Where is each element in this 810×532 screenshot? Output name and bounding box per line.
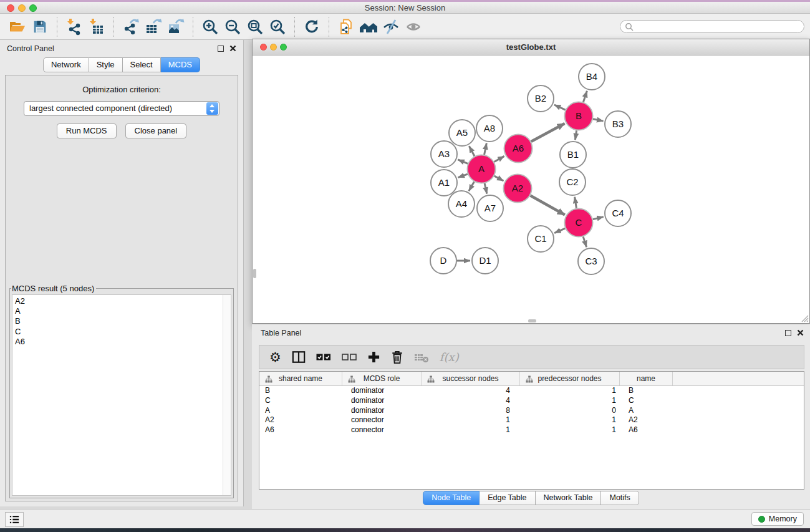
duplicate-network-button[interactable]	[335, 16, 357, 37]
table-cell[interactable]: 1	[520, 425, 620, 435]
graph-node-A1[interactable]: A1	[431, 170, 457, 196]
show-panels-button[interactable]	[402, 16, 425, 37]
graph-node-C1[interactable]: C1	[528, 226, 554, 252]
zoom-fit-button[interactable]	[244, 16, 266, 37]
tab-mcds[interactable]: MCDS	[161, 57, 200, 72]
tab-network[interactable]: Network	[43, 57, 89, 72]
float-panel-icon[interactable]	[218, 46, 224, 52]
graph-edge-B-B2[interactable]	[554, 105, 566, 110]
graph-node-B2[interactable]: B2	[528, 85, 554, 112]
search-field[interactable]	[620, 20, 804, 33]
hide-panels-button[interactable]	[380, 16, 402, 37]
table-cell[interactable]: 4	[422, 396, 520, 406]
table-settings-button[interactable]: ⚙	[269, 351, 281, 364]
table-cell[interactable]: A6	[620, 425, 673, 435]
column-header-name[interactable]: name	[620, 372, 673, 385]
graph-edge-C-C3[interactable]	[583, 236, 586, 247]
deselect-all-button[interactable]	[342, 353, 357, 361]
table-cell[interactable]: B	[259, 386, 342, 396]
graph-edge-A-A8[interactable]	[485, 143, 487, 155]
import-table-button[interactable]	[85, 16, 108, 37]
table-row[interactable]: Bdominator41B	[259, 386, 804, 396]
close-panel-button[interactable]: Close panel	[125, 123, 187, 138]
graph-edge-C-C1[interactable]	[554, 228, 565, 233]
vertical-scroll-thumb[interactable]	[253, 269, 256, 278]
zoom-in-button[interactable]	[199, 16, 221, 37]
graph-node-A8[interactable]: A8	[476, 115, 503, 142]
mcds-result-item[interactable]: C	[12, 327, 231, 337]
table-cell[interactable]: C	[620, 396, 673, 406]
graph-edge-A-A3[interactable]	[458, 160, 468, 163]
table-cell[interactable]: 8	[422, 406, 520, 416]
import-network-button[interactable]	[63, 16, 85, 37]
tab-select[interactable]: Select	[123, 57, 161, 72]
mcds-result-item[interactable]: A2	[12, 296, 231, 306]
graph-edge-A-A7[interactable]	[485, 183, 487, 194]
table-cell[interactable]: A	[620, 406, 673, 416]
graph-edge-B-B3[interactable]	[593, 119, 604, 121]
table-row[interactable]: Adominator80A	[259, 406, 804, 416]
tab-network-table[interactable]: Network Table	[536, 491, 602, 505]
save-session-button[interactable]	[29, 16, 51, 37]
export-network-button[interactable]	[120, 16, 142, 37]
mcds-result-item[interactable]: B	[12, 316, 231, 326]
criterion-select[interactable]: largest connected component (directed)	[24, 101, 219, 116]
graph-node-C4[interactable]: C4	[605, 200, 631, 226]
table-row[interactable]: Cdominator41C	[259, 396, 804, 406]
graph-edge-B-B1[interactable]	[575, 130, 576, 140]
table-cell[interactable]: dominator	[342, 396, 422, 406]
column-header-successor-nodes[interactable]: successor nodes	[422, 372, 520, 385]
graph-edge-A-A5[interactable]	[469, 146, 475, 156]
graph-edge-A2-C[interactable]	[531, 196, 565, 215]
select-all-button[interactable]	[316, 353, 331, 361]
column-header-shared-name[interactable]: shared name	[259, 372, 342, 385]
export-table-button[interactable]	[142, 16, 165, 37]
close-panel-icon[interactable]	[797, 329, 804, 336]
graph-node-A7[interactable]: A7	[477, 195, 503, 221]
graph-node-D[interactable]: D	[430, 248, 456, 274]
graph-edge-A-A1[interactable]	[458, 174, 468, 178]
graph-node-B[interactable]: B	[565, 102, 593, 130]
tab-motifs[interactable]: Motifs	[601, 491, 639, 505]
graph-edge-A-A2[interactable]	[494, 176, 504, 181]
table-cell[interactable]: 1	[520, 396, 620, 406]
table-cell[interactable]: 1	[422, 415, 520, 425]
graph-edge-A-A4[interactable]	[469, 181, 474, 191]
search-input[interactable]	[634, 22, 804, 32]
table-cell[interactable]: A2	[259, 415, 342, 425]
table-cell[interactable]: 0	[520, 406, 620, 416]
table-cell[interactable]: dominator	[342, 386, 422, 396]
table-cell[interactable]: connector	[342, 425, 422, 435]
run-mcds-button[interactable]: Run MCDS	[57, 123, 117, 138]
refresh-layout-button[interactable]	[301, 16, 323, 37]
delete-column-button[interactable]	[391, 351, 403, 364]
graph-node-B3[interactable]: B3	[605, 111, 631, 137]
table-cell[interactable]: connector	[342, 415, 422, 425]
graph-node-C3[interactable]: C3	[578, 248, 604, 274]
graph-node-A2[interactable]: A2	[504, 175, 532, 203]
column-header-MCDS-role[interactable]: MCDS role	[342, 372, 422, 385]
graph-node-C2[interactable]: C2	[559, 169, 586, 195]
table-cell[interactable]: 4	[422, 386, 520, 396]
graph-node-A6[interactable]: A6	[504, 135, 533, 163]
mcds-result-list[interactable]: A2ABCA6	[12, 294, 231, 496]
graph-node-B4[interactable]: B4	[579, 64, 605, 90]
export-image-button[interactable]	[165, 16, 187, 37]
function-builder-button[interactable]: f(x)	[440, 351, 459, 364]
split-columns-button[interactable]	[292, 351, 306, 364]
open-session-button[interactable]	[6, 16, 29, 37]
graph-edge-A6-B[interactable]	[531, 123, 565, 142]
graph-edge-C-C2[interactable]	[575, 197, 577, 208]
graph-node-D1[interactable]: D1	[472, 248, 498, 274]
table-cell[interactable]: 1	[520, 386, 620, 396]
graph-edge-A-A6[interactable]	[494, 156, 504, 162]
tab-edge-table[interactable]: Edge Table	[480, 491, 535, 505]
float-panel-icon[interactable]	[785, 330, 791, 336]
table-cell[interactable]: 1	[422, 425, 520, 435]
table-cell[interactable]: 1	[520, 415, 620, 425]
table-row[interactable]: A2connector11A2	[259, 415, 804, 425]
table-cell[interactable]: A6	[259, 425, 342, 435]
tab-node-table[interactable]: Node Table	[423, 491, 480, 505]
memory-button[interactable]: Memory	[751, 512, 804, 526]
resize-grip-icon[interactable]	[799, 312, 809, 322]
